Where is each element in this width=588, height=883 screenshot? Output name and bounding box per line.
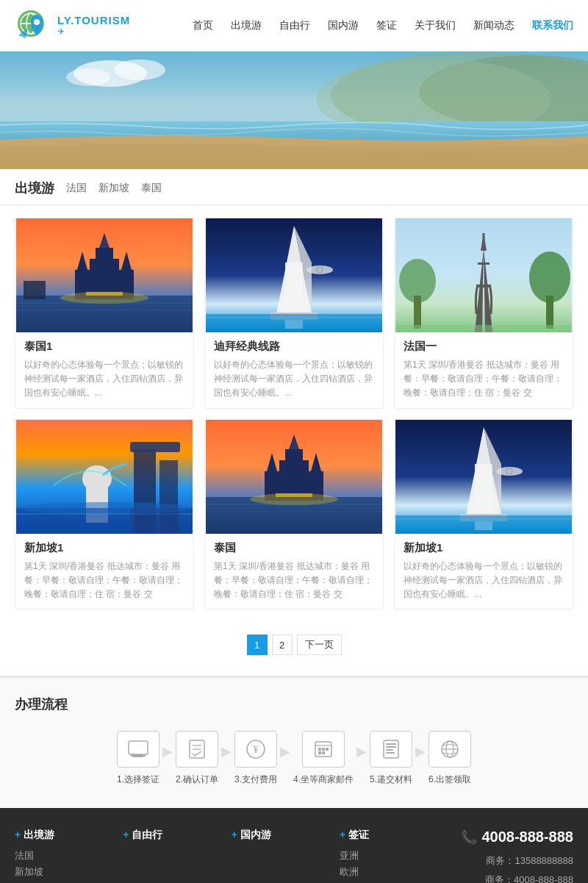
step-6: 6.出签领取 [429, 731, 471, 786]
step-1-label: 1.选择签证 [117, 773, 159, 786]
card-2-title: 迪拜经典线路 [214, 340, 374, 354]
process-title: 办理流程 [15, 696, 573, 713]
step-5-label: 5.递交材料 [370, 773, 412, 786]
process-section: 办理流程 1.选择签证 ▶ 2.确认订单 ▶ ¥ 3.支付费用 ▶ [0, 676, 588, 808]
arrow-4: ▶ [354, 743, 370, 774]
svg-point-70 [250, 493, 338, 505]
svg-text:¥: ¥ [253, 744, 258, 755]
nav-home[interactable]: 首页 [193, 19, 213, 32]
step-4: 4.坐等商家邮件 [293, 731, 354, 786]
svg-rect-41 [546, 296, 553, 329]
svg-rect-94 [326, 748, 329, 751]
step-2-label: 2.确认订单 [176, 773, 218, 786]
pagination: 1 2 下一页 [0, 621, 588, 668]
nav-domestic[interactable]: 国内游 [328, 19, 359, 32]
svg-rect-93 [322, 748, 325, 751]
page-1-btn[interactable]: 1 [247, 634, 268, 655]
step-4-label: 4.坐等商家邮件 [293, 773, 354, 786]
next-page-btn[interactable]: 下一页 [297, 634, 342, 655]
nav-free-travel[interactable]: 自由行 [279, 19, 310, 32]
step-2: 2.确认订单 [176, 731, 218, 786]
card-6[interactable]: 新加坡1 以好奇的心态体验每一个景点；以敏锐的神经测试每一家酒店，入住四钻酒店，… [394, 419, 573, 610]
svg-point-4 [34, 19, 40, 25]
plus-icon-2: + [123, 829, 132, 840]
card-2-desc: 以好奇的心态体验每一个景点；以敏锐的神经测试每一家酒店，入住四钻酒店，异国也有安… [214, 358, 374, 401]
svg-rect-17 [96, 248, 113, 262]
hero-banner [0, 51, 588, 169]
phone-number: 4008-888-888 [481, 829, 573, 846]
footer-link-asia[interactable]: 亚洲 [340, 849, 436, 862]
footer-free-title: + 自由行 [123, 829, 219, 842]
card-6-title: 新加坡1 [404, 541, 564, 555]
nav-about[interactable]: 关于我们 [415, 19, 456, 32]
footer-biz1: 商务：13588888888 [448, 851, 573, 871]
logo-plane: ✈ [57, 26, 130, 37]
plus-icon-1: + [15, 829, 24, 840]
svg-rect-82 [129, 741, 148, 754]
logo[interactable]: LY.TOURISM ✈ [15, 7, 130, 44]
svg-rect-63 [285, 449, 303, 464]
svg-rect-99 [386, 746, 396, 748]
filter-singapore[interactable]: 新加坡 [98, 182, 129, 195]
footer-cols: + 出境游 法国 新加坡 泰国 + 自由行 + 国内游 + 签证 亚洲 欧洲 美… [15, 829, 573, 883]
page-2-btn[interactable]: 2 [272, 634, 293, 655]
card-1[interactable]: 泰国1 以好奇的心态体验每一个景点；以敏锐的神经测试每一家酒店，入住四钻酒店，异… [15, 218, 194, 409]
step-1: 1.选择签证 [117, 731, 159, 786]
svg-point-40 [529, 251, 570, 303]
arrow-5: ▶ [412, 743, 429, 774]
cards-grid: 泰国1 以好奇的心态体验每一个景点；以敏锐的神经测试每一家酒店，入住四钻酒店，异… [0, 206, 588, 621]
step-6-icon [429, 731, 471, 768]
footer-col-contact: 📞 4008-888-888 商务：13588888888 商务：4008-88… [448, 829, 573, 883]
step-2-icon [176, 731, 218, 768]
card-1-image [15, 218, 193, 332]
step-5: 5.递交材料 [370, 731, 412, 786]
card-5-body: 泰国 第1天 深圳/香港曼谷 抵达城市：曼谷 用 餐：早餐：敬请自理；午餐：敬请… [205, 534, 383, 609]
filter-bar: 出境游 法国 新加坡 泰国 [0, 169, 588, 206]
footer-col-outbound: + 出境游 法国 新加坡 泰国 [15, 829, 111, 883]
svg-rect-96 [322, 751, 325, 754]
card-5-title: 泰国 [214, 541, 374, 555]
svg-rect-39 [414, 296, 421, 329]
card-3[interactable]: 法国一 第1天 深圳/香港曼谷 抵达城市：曼谷 用 餐：早餐：敬请自理；午餐：敬… [394, 218, 573, 409]
logo-brand: LY.TOURISM [57, 14, 130, 26]
footer-col-free: + 自由行 [123, 829, 219, 883]
svg-rect-52 [130, 442, 180, 452]
step-3: ¥ 3.支付费用 [234, 731, 277, 786]
svg-rect-48 [395, 325, 572, 332]
svg-rect-58 [130, 508, 180, 534]
card-3-image [395, 218, 573, 332]
nav-contact[interactable]: 联系我们 [532, 19, 573, 32]
svg-rect-80 [395, 515, 572, 534]
filter-thailand[interactable]: 泰国 [141, 182, 162, 195]
card-5-desc: 第1天 深圳/香港曼谷 抵达城市：曼谷 用 餐：早餐：敬请自理；午餐：敬请自理；… [214, 560, 374, 602]
footer-outbound-title: + 出境游 [15, 829, 111, 842]
footer-visa-title: + 签证 [340, 829, 436, 842]
card-5[interactable]: 泰国 第1天 深圳/香港曼谷 抵达城市：曼谷 用 餐：早餐：敬请自理；午餐：敬请… [204, 419, 384, 610]
svg-rect-84 [133, 756, 143, 757]
plus-icon-3: + [232, 829, 240, 840]
arrow-3: ▶ [277, 743, 293, 774]
nav-visa[interactable]: 签证 [376, 19, 397, 32]
footer-link-singapore[interactable]: 新加坡 [15, 865, 111, 879]
card-2[interactable]: 迪拜经典线路 以好奇的心态体验每一个景点；以敏锐的神经测试每一家酒店，入住四钻酒… [204, 218, 384, 409]
svg-point-11 [66, 68, 110, 86]
svg-point-54 [82, 465, 112, 492]
filter-france[interactable]: 法国 [66, 182, 87, 195]
footer-link-europe[interactable]: 欧洲 [340, 865, 436, 879]
arrow-2: ▶ [218, 743, 234, 774]
step-3-label: 3.支付费用 [234, 773, 277, 786]
card-6-body: 新加坡1 以好奇的心态体验每一个景点；以敏锐的神经测试每一家酒店，入住四钻酒店，… [395, 534, 573, 609]
footer-biz2: 商务：4008-888-888 [448, 871, 573, 883]
footer-domestic-title: + 国内游 [232, 829, 328, 842]
card-4[interactable]: 新加坡1 第1天 深圳/香港曼谷 抵达城市：曼谷 用 餐：早餐：敬请自理；午餐：… [15, 419, 194, 610]
svg-rect-95 [318, 751, 321, 754]
card-1-title: 泰国1 [24, 340, 184, 354]
footer-link-france[interactable]: 法国 [15, 849, 111, 862]
main-nav: 首页 出境游 自由行 国内游 签证 关于我们 新闻动态 联系我们 [193, 19, 573, 32]
card-4-body: 新加坡1 第1天 深圳/香港曼谷 抵达城市：曼谷 用 餐：早餐：敬请自理；午餐：… [15, 534, 193, 609]
step-1-icon [117, 731, 159, 768]
svg-point-10 [114, 60, 165, 80]
nav-outbound[interactable]: 出境游 [231, 19, 262, 32]
step-4-icon [302, 731, 345, 768]
nav-news[interactable]: 新闻动态 [473, 19, 514, 32]
